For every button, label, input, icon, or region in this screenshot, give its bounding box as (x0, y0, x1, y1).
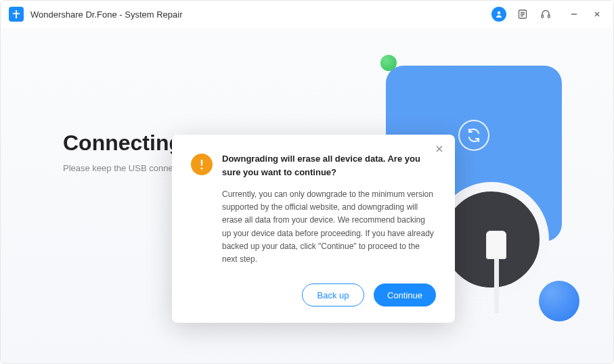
feedback-icon[interactable] (516, 7, 529, 21)
dialog-body: Currently, you can only downgrade to the… (222, 188, 436, 266)
continue-button[interactable]: Continue (374, 283, 436, 306)
svg-rect-4 (201, 160, 202, 166)
confirm-dialog: Downgrading will erase all device data. … (172, 135, 455, 323)
close-window-button[interactable] (589, 6, 605, 22)
app-title: Wondershare Dr.Fone - System Repair (30, 9, 182, 20)
warning-icon (191, 154, 213, 175)
dialog-title: Downgrading will erase all device data. … (222, 152, 436, 179)
user-account-icon[interactable] (491, 7, 506, 22)
titlebar: Wondershare Dr.Fone - System Repair (1, 1, 613, 28)
svg-point-0 (498, 12, 500, 14)
sync-icon (458, 120, 489, 151)
svg-rect-2 (542, 15, 544, 18)
svg-point-5 (201, 168, 203, 170)
dialog-actions: Back up Continue (191, 283, 436, 306)
titlebar-right (491, 6, 605, 22)
decorative-blue-ball-icon (539, 281, 579, 321)
window-controls (566, 6, 605, 22)
usb-cable-illustration (486, 231, 506, 312)
headset-support-icon[interactable] (539, 7, 552, 21)
close-icon[interactable] (433, 143, 445, 155)
svg-rect-3 (548, 15, 550, 18)
minimize-button[interactable] (566, 6, 582, 22)
content-area: Connecting... Please keep the USB connec… (1, 28, 613, 363)
app-logo-icon (9, 7, 24, 22)
backup-button[interactable]: Back up (302, 283, 364, 306)
app-window: Wondershare Dr.Fone - System Repair (0, 0, 614, 364)
